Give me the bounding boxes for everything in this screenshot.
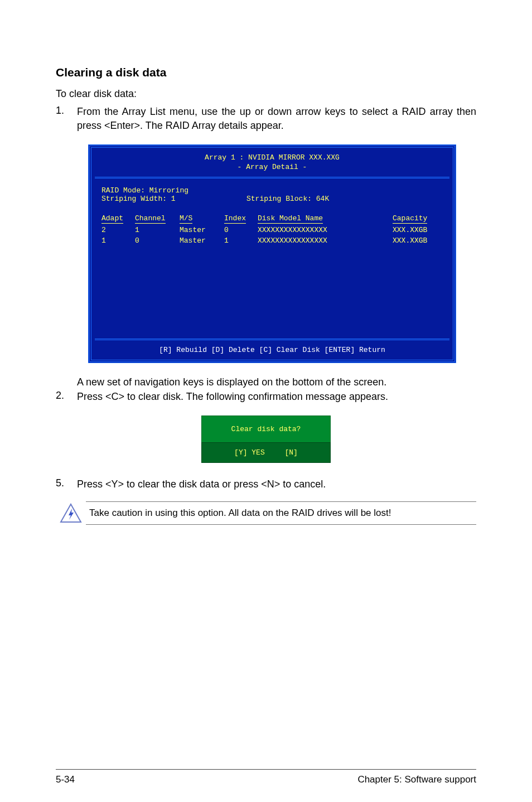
col-channel: Channel (135, 213, 180, 225)
intro-text: To clear disk data: (56, 87, 476, 100)
after-bios-note: A new set of navigation keys is displaye… (56, 375, 476, 389)
step-5: 5. Press <Y> to clear the disk data or p… (56, 477, 476, 491)
col-adapt: Adapt (101, 213, 135, 225)
step-1-body: From the Array List menu, use the up or … (77, 105, 476, 132)
bios-title-line1: Array 1 : NVIDIA MIRROR XXX.XXG (205, 153, 340, 162)
step-2-number: 2. (56, 390, 77, 403)
bios-striping-width: Striping Width: 1 (101, 195, 246, 203)
bios-screenshot: Array 1 : NVIDIA MIRROR XXX.XXG - Array … (88, 144, 456, 363)
page-footer: 5-34 Chapter 5: Software support (56, 769, 476, 802)
page-number: 5-34 (56, 774, 75, 785)
step-2: 2. Press <C> to clear disk. The followin… (56, 390, 476, 403)
caution-note: Take caution in using this option. All d… (56, 501, 476, 525)
caution-text: Take caution in using this option. All d… (86, 501, 476, 525)
step-5-body: Press <Y> to clear the disk data or pres… (77, 477, 476, 491)
step-1: 1. From the Array List menu, use the up … (56, 105, 476, 132)
col-model: Disk Model Name (258, 213, 393, 225)
bios-footer-keys: [R] Rebuild [D] Delete [C] Clear Disk [E… (91, 341, 453, 360)
dialog-no: [N] (285, 448, 298, 457)
lightning-warning-icon (56, 503, 86, 523)
bios-title-line2: - Array Detail - (238, 163, 307, 171)
step-5-number: 5. (56, 477, 77, 491)
table-row: 1 0 Master 1 XXXXXXXXXXXXXXXX XXX.XXGB (101, 235, 443, 246)
col-capacity: Capacity (393, 213, 443, 225)
bios-title: Array 1 : NVIDIA MIRROR XXX.XXG - Array … (91, 148, 453, 176)
table-row: 2 1 Master 0 XXXXXXXXXXXXXXXX XXX.XXGB (101, 225, 443, 235)
step-1-number: 1. (56, 105, 77, 132)
dialog-yes: [Y] YES (234, 448, 265, 457)
bios-striping-block: Striping Block: 64K (246, 195, 329, 203)
chapter-label: Chapter 5: Software support (357, 774, 476, 785)
col-index: Index (224, 213, 258, 225)
bios-raid-mode: RAID Mode: Mirroring (101, 186, 443, 195)
bios-disk-table: Adapt Channel M/S Index Disk Model Name … (101, 213, 443, 246)
confirm-dialog: Clear disk data? [Y] YES [N] (56, 416, 476, 463)
step-2-body: Press <C> to clear disk. The following c… (77, 390, 476, 403)
dialog-title: Clear disk data? (201, 416, 331, 442)
section-heading: Clearing a disk data (56, 66, 476, 79)
col-ms: M/S (180, 213, 224, 225)
